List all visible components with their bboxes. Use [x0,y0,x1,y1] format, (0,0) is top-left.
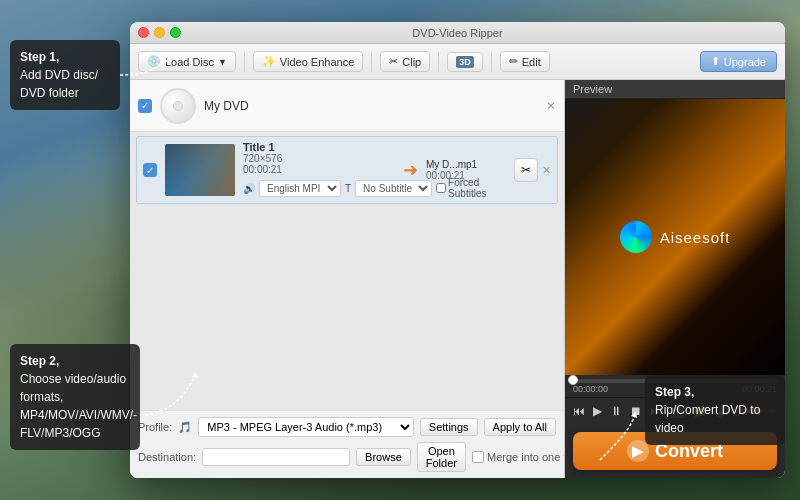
apply-all-button[interactable]: Apply to All [484,418,556,436]
load-disc-button[interactable]: 💿 Load Disc ▼ [138,51,236,72]
clip-button[interactable]: ✂ Clip [380,51,430,72]
convert-icon: ▶ [627,440,649,462]
window-title: DVD-Video Ripper [412,27,502,39]
title-thumbnail [165,144,235,196]
step2-annotation: Step 2, Choose video/audio formats, MP4/… [10,344,140,450]
aiseesoft-brand-text: Aiseesoft [660,229,731,246]
title-info: Title 1 720×576 00:00:21 🔊 English MPI T… [243,141,395,199]
text-icon: T [345,183,351,194]
titlebar: DVD-Video Ripper [130,22,785,44]
settings-button[interactable]: Settings [420,418,478,436]
destination-row: Destination: Browse Open Folder Merge in… [138,442,556,472]
step1-title: Step 1, [20,50,59,64]
edit-icon: ✏ [509,55,518,68]
step1-desc: Add DVD disc/ DVD folder [20,68,98,100]
merge-checkbox[interactable] [472,451,484,463]
subtitle-row: 🔊 English MPI T No Subtitle Forced Subti… [243,177,395,199]
conversion-arrow-icon: ➜ [403,159,418,181]
minimize-button[interactable] [154,27,165,38]
forced-subtitles-checkbox[interactable] [436,183,446,193]
enhance-icon: ✨ [262,55,276,68]
edit-clip-button[interactable]: ✂ [514,158,538,182]
step1-annotation: Step 1, Add DVD disc/ DVD folder [10,40,120,110]
browse-button[interactable]: Browse [356,448,411,466]
separator [438,52,439,72]
title-checkbox[interactable] [143,163,157,177]
toolbar: 💿 Load Disc ▼ ✨ Video Enhance ✂ Clip 3D … [130,44,785,80]
skip-back-button[interactable]: ⏮ [571,402,587,420]
audio-icon: 🔊 [243,183,255,194]
subtitle-select[interactable]: No Subtitle [355,180,432,197]
profile-label: Profile: [138,421,172,433]
merge-label: Merge into one file [472,451,565,463]
maximize-button[interactable] [170,27,181,38]
pause-button[interactable]: ⏸ [608,402,624,420]
title-resolution: 720×576 [243,153,395,164]
output-duration: 00:00:21 [426,170,506,181]
3d-badge: 3D [456,56,474,68]
output-info: My D...mp1 00:00:21 [426,159,506,181]
close-button[interactable] [138,27,149,38]
open-folder-button[interactable]: Open Folder [417,442,466,472]
title-item-row: Title 1 720×576 00:00:21 🔊 English MPI T… [136,136,558,204]
step3-desc: Rip/Convert DVD to video [655,403,760,435]
3d-button[interactable]: 3D [447,52,483,72]
title-duration: 00:00:21 [243,164,395,175]
step3-annotation: Step 3, Rip/Convert DVD to video [645,375,785,445]
scissors-icon: ✂ [389,55,398,68]
upgrade-icon: ⬆ [711,55,720,68]
bottom-bar: Profile: 🎵 MP3 - MPEG Layer-3 Audio (*.m… [130,410,564,478]
disc-icon: 💿 [147,55,161,68]
stop-button[interactable]: ⏹ [628,402,644,420]
seek-thumb[interactable] [568,375,578,385]
destination-input[interactable] [202,448,350,466]
title-actions: ✂ ✕ [514,158,551,182]
left-panel: My DVD ✕ Title 1 720×576 00:00:21 🔊 Engl… [130,80,565,478]
time-start: 00:00:00 [573,384,608,394]
dvd-name: My DVD [204,99,249,113]
separator [491,52,492,72]
aiseesoft-brand-icon [620,221,652,253]
edit-button[interactable]: ✏ Edit [500,51,550,72]
step2-desc: Choose video/audio formats, MP4/MOV/AVI/… [20,372,137,440]
dvd-checkbox[interactable] [138,99,152,113]
step2-title: Step 2, [20,354,59,368]
play-button[interactable]: ▶ [591,402,604,420]
video-enhance-button[interactable]: ✨ Video Enhance [253,51,363,72]
separator [244,52,245,72]
video-preview-area: Aiseesoft [565,99,785,375]
preview-label: Preview [565,80,785,99]
title-close-button[interactable]: ✕ [542,164,551,177]
output-name: My D...mp1 [426,159,506,170]
dvd-close-button[interactable]: ✕ [546,99,556,113]
profile-row: Profile: 🎵 MP3 - MPEG Layer-3 Audio (*.m… [138,417,556,437]
dvd-item-row: My DVD ✕ [130,80,564,132]
profile-select[interactable]: MP3 - MPEG Layer-3 Audio (*.mp3) [198,417,414,437]
profile-icon: 🎵 [178,421,192,434]
separator [371,52,372,72]
chevron-down-icon: ▼ [218,57,227,67]
dvd-disc-icon [160,88,196,124]
aiseesoft-logo: Aiseesoft [620,221,731,253]
title-name: Title 1 [243,141,395,153]
spacer [130,208,564,410]
upgrade-button[interactable]: ⬆ Upgrade [700,51,777,72]
destination-label: Destination: [138,451,196,463]
traffic-lights [138,27,181,38]
audio-select[interactable]: English MPI [259,180,341,197]
step3-title: Step 3, [655,385,694,399]
